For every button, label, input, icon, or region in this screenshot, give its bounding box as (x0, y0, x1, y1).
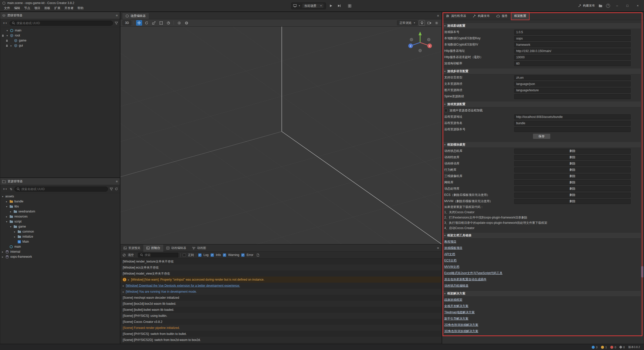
field-input[interactable] (514, 30, 631, 35)
expand-caret-icon[interactable]: ▸ (10, 44, 13, 47)
doc-link[interactable]: Tiledmap地图解决方案 (444, 310, 475, 315)
layout-grid-icon[interactable] (346, 3, 353, 9)
section-header[interactable]: ▾游戏基础配置 (442, 23, 641, 29)
error-count[interactable]: 0 (610, 346, 616, 349)
menu-help[interactable]: 帮助 (76, 6, 85, 11)
filter-log-checkbox[interactable]: ✓ (198, 253, 202, 257)
scene-menu-icon[interactable]: ≡ (437, 14, 441, 18)
log-row[interactable]: [Scene] [PHYSICS2D]: switch from box2d-w… (120, 337, 441, 343)
hierarchy-searchbox[interactable] (10, 21, 113, 26)
console-search-input[interactable] (145, 253, 176, 257)
field-input[interactable] (514, 61, 631, 66)
tree-node-initialize[interactable]: ▸initialize (0, 234, 120, 239)
assets-search-input[interactable] (21, 187, 106, 191)
console-menu-icon[interactable]: ≡ (437, 246, 441, 250)
tree-node-Main[interactable]: TSMain (0, 239, 120, 244)
hierarchy-filter-icon[interactable] (115, 22, 118, 25)
tree-node-common[interactable]: ▸common (0, 229, 120, 234)
doc-link[interactable]: 2D角色扮演游戏解决方案 (444, 323, 478, 327)
console-searchbox[interactable] (138, 253, 178, 257)
doc-link[interactable]: 全栈开发解决方案 (444, 304, 468, 308)
log-row[interactable]: [Window] model_view文件夹不存在 (120, 271, 441, 277)
section-header[interactable]: ▾框架文档工具链接 (442, 232, 641, 239)
tree-node-root[interactable]: ▾root (0, 33, 120, 38)
tab-animation-graph[interactable]: 动画图 (189, 245, 209, 252)
doc-link[interactable]: API文档 (444, 252, 455, 256)
inspector-scrollbar[interactable] (641, 21, 643, 335)
doc-link[interactable]: Excel格式转Json文件与TypeScript代码工具 (444, 271, 502, 275)
field-input[interactable] (514, 55, 631, 60)
preview-target-icon[interactable] (293, 4, 297, 7)
tree-node-oops-framework[interactable]: ▸oops-framework (0, 254, 120, 259)
menu-developer[interactable]: 开发者 (63, 6, 75, 11)
step-button[interactable] (336, 3, 343, 9)
doc-link[interactable]: 新手引导解决方案 (444, 317, 468, 321)
log-row[interactable]: ▸[Window] You are running Vue in develop… (120, 289, 441, 295)
section-header[interactable]: ▾框架模块裁剪 (442, 142, 641, 148)
tree-node-seedrandom[interactable]: ▸seedrandom (0, 209, 120, 214)
scene-viewport[interactable]: x z (120, 27, 442, 244)
expand-caret-icon[interactable]: ▾ (5, 205, 8, 208)
field-input[interactable] (514, 36, 631, 41)
filter-warning-checkbox[interactable]: ✓ (223, 253, 226, 257)
tree-node-bundle[interactable]: ▸bundle (0, 199, 120, 204)
hierarchy-menu-icon[interactable]: ≡ (116, 14, 118, 17)
tree-node-assets[interactable]: ▾assets (0, 194, 120, 199)
play-button[interactable] (328, 3, 334, 9)
info-count[interactable]: 3 (592, 346, 597, 349)
help-icon[interactable]: ? (606, 4, 610, 8)
delete-button[interactable]: 删除 (514, 174, 631, 179)
scene-select[interactable]: 当前场景 ▾ (302, 3, 324, 8)
expand-caret-icon[interactable]: ▾ (9, 225, 12, 228)
log-row[interactable]: [Window] render_texture文件夹不存在 (120, 258, 441, 265)
log-row[interactable]: [Window] ecs文件夹不存在 (120, 265, 441, 271)
view-mode-select[interactable]: 正常浏览 ▾ (397, 20, 418, 25)
tree-node-game[interactable]: ▾game (0, 224, 120, 229)
sort-assets-icon[interactable] (10, 188, 13, 191)
expand-caret-icon[interactable]: ▸ (1, 255, 4, 258)
field-input[interactable] (514, 42, 631, 47)
rotate-tool-button[interactable] (143, 20, 149, 26)
assets-searchbox[interactable] (14, 187, 108, 192)
filter-info-checkbox[interactable]: ✓ (211, 253, 214, 257)
clear-console-button[interactable]: 清空 (128, 253, 134, 257)
field-input[interactable] (514, 114, 631, 119)
delete-button[interactable]: 删除 (514, 167, 631, 172)
scrollbar-thumb[interactable] (641, 266, 643, 278)
close-button[interactable]: × (634, 4, 641, 8)
expand-caret-icon[interactable]: ▸ (128, 278, 129, 281)
log-row[interactable]: !▸[Window] [Vue warn]: Property "onInput… (120, 277, 441, 283)
clear-console-icon[interactable] (123, 253, 126, 257)
tree-node-internal[interactable]: ▸internal (0, 249, 120, 254)
log-row[interactable]: [Scene] [box2d]:box2d wasm lib loaded. (120, 301, 441, 307)
delete-button[interactable]: 删除 (514, 155, 631, 160)
lighting-toggle-button[interactable] (419, 20, 425, 26)
doc-link[interactable]: 游戏模板项目 (444, 246, 462, 250)
delete-button[interactable]: 删除 (514, 161, 631, 166)
expand-caret-icon[interactable]: ▾ (5, 220, 8, 223)
doc-link[interactable]: 原生包热更新配置自动生成插件 (444, 277, 487, 282)
delete-button[interactable]: 删除 (514, 186, 631, 191)
menu-file[interactable]: 文件 (2, 6, 12, 11)
menu-panel[interactable]: 面板 (43, 6, 52, 11)
tree-node-libs[interactable]: ▾libs (0, 204, 120, 209)
log-row[interactable]: [Scene] [bullet]:bullet wasm lib loaded. (120, 307, 441, 313)
menu-extension[interactable]: 扩展 (53, 6, 62, 11)
expand-caret-icon[interactable]: ▸ (13, 235, 16, 238)
doc-link[interactable]: 战旗游戏框架 (444, 298, 462, 302)
regex-checkbox[interactable] (183, 253, 186, 257)
menu-node[interactable]: 节点 (22, 6, 32, 11)
checkbox[interactable] (444, 109, 448, 112)
tree-node-main[interactable]: main (0, 244, 120, 249)
field-input[interactable] (514, 81, 631, 86)
scale-tool-button[interactable] (151, 20, 157, 26)
expand-caret-icon[interactable]: ▸ (13, 230, 16, 233)
pivot-toggle-button[interactable] (176, 20, 182, 26)
chevron-down-icon[interactable]: ▾ (299, 5, 300, 7)
tree-node-resources[interactable]: ▸resources (0, 214, 120, 219)
log-row[interactable]: [Scene] [PHYSICS]: using builtin. (120, 313, 441, 319)
tab-console[interactable]: 控制台 (143, 245, 163, 252)
tab-animation-editor[interactable]: 动画编辑器 (163, 245, 189, 252)
tab-asset-preview[interactable]: 资源预览 (120, 245, 143, 252)
move-tool-button[interactable] (136, 20, 142, 26)
